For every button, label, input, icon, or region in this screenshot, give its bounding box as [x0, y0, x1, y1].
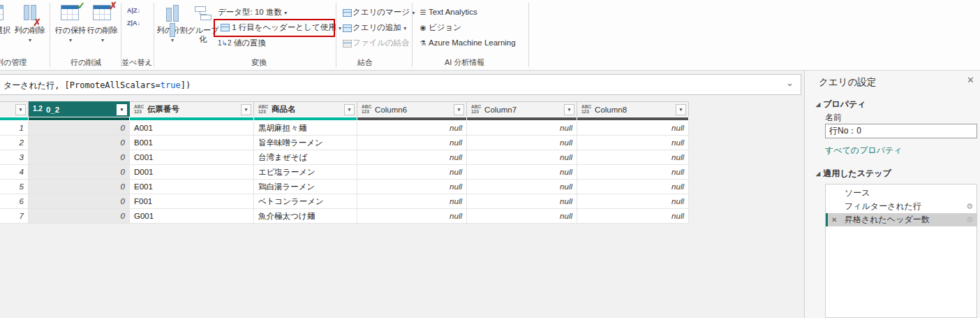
cell[interactable]: null — [467, 194, 577, 209]
replace-values-button[interactable]: 1↳2 値の置換 — [218, 35, 341, 50]
cell[interactable]: null — [467, 136, 577, 150]
remove-columns-button[interactable]: ✗ 列の削除 ▾ — [14, 3, 46, 55]
cell[interactable]: 台湾まぜそば — [254, 150, 357, 165]
cell[interactable]: B001 — [130, 136, 254, 150]
step-promoted-headers[interactable]: ✕昇格されたヘッダー数⚙ — [826, 213, 977, 226]
cell[interactable]: F001 — [130, 194, 254, 209]
all-properties-link[interactable]: すべてのプロパティ — [825, 145, 903, 157]
step-source[interactable]: ソース — [826, 187, 977, 200]
append-queries-button[interactable]: クエリの追加 ▾ — [341, 20, 415, 35]
data-preview-table: ▾ 1.20_2▾ ABC123伝票番号▾ ABC123商品名▾ ABC123C… — [0, 101, 689, 224]
ribbon-separator — [528, 3, 529, 67]
row-number[interactable]: 2 — [0, 136, 29, 150]
close-icon[interactable]: ✕ — [967, 75, 974, 85]
cell[interactable]: null — [357, 194, 467, 209]
cell[interactable]: null — [577, 165, 689, 180]
cell[interactable]: null — [467, 150, 577, 165]
vision-button[interactable]: ◉ビジョン — [417, 20, 516, 35]
merge-queries-button[interactable]: クエリのマージ ▾ — [341, 4, 415, 20]
filter-dropdown-icon[interactable]: ▾ — [241, 104, 251, 115]
cell[interactable]: 0 — [29, 121, 130, 136]
cell[interactable]: null — [577, 136, 689, 150]
group-label-transform: 変換 — [251, 57, 267, 67]
cell[interactable]: 鶏白湯ラーメン — [254, 180, 357, 194]
cell[interactable]: null — [357, 121, 467, 136]
cell[interactable]: null — [467, 121, 577, 136]
filter-dropdown-icon[interactable]: ▾ — [117, 104, 127, 115]
cell[interactable]: 0 — [29, 209, 130, 224]
cell[interactable]: ベトコンラーメン — [254, 194, 357, 209]
cell[interactable]: 0 — [29, 150, 130, 165]
cell[interactable]: null — [577, 180, 689, 194]
cell[interactable]: null — [357, 136, 467, 150]
cell[interactable]: 0 — [29, 180, 130, 194]
row-number[interactable]: 1 — [0, 121, 29, 136]
cell[interactable]: null — [577, 194, 689, 209]
row-number[interactable]: 5 — [0, 180, 29, 194]
sort-ascending-button[interactable]: A|Z↓ — [127, 6, 142, 16]
formula-input[interactable]: ターされた行, [PromoteAllScalars=true]) ⌄ — [0, 74, 801, 95]
cell[interactable]: A001 — [130, 121, 254, 136]
filter-dropdown-icon[interactable]: ▾ — [15, 104, 26, 115]
azure-ml-button[interactable]: ⚗Azure Machine Learning — [417, 35, 516, 50]
eye-icon: ◉ — [417, 20, 429, 36]
column-header-column7[interactable]: ABC123Column7▾ — [467, 101, 577, 117]
column-header-shohin[interactable]: ABC123商品名▾ — [254, 101, 357, 117]
combine-files-button[interactable]: ファイルの結合 — [341, 35, 415, 50]
text-analytics-icon: ☰ — [417, 5, 429, 20]
row-number[interactable]: 7 — [0, 209, 29, 224]
cell[interactable]: 黒胡麻担々麺 — [254, 121, 357, 136]
gear-icon[interactable]: ⚙ — [966, 200, 973, 213]
data-type-button[interactable]: データ型: 10 進数 ▾ — [218, 4, 341, 20]
cell[interactable]: G001 — [130, 209, 254, 224]
properties-section-header[interactable]: ◢プロパティ — [816, 99, 866, 110]
cell[interactable]: null — [357, 180, 467, 194]
row-number[interactable]: 3 — [0, 150, 29, 165]
query-name-input[interactable] — [825, 124, 977, 138]
remove-columns-icon: ✗ — [20, 5, 40, 23]
sort-descending-button[interactable]: Z|A↓ — [127, 18, 142, 29]
column-header-column6[interactable]: ABC123Column6▾ — [357, 101, 467, 117]
cell[interactable]: C001 — [130, 150, 254, 165]
formula-text: ターされた行, [PromoteAllScalars=true]) — [3, 80, 191, 92]
delete-step-icon[interactable]: ✕ — [831, 213, 837, 226]
remove-rows-button[interactable]: ✗ 行の削除 ▾ — [87, 3, 119, 55]
cell[interactable]: 0 — [29, 136, 130, 150]
column-header-column8[interactable]: ABC123Column8▾ — [577, 101, 689, 117]
cell[interactable]: null — [577, 209, 689, 224]
choose-columns-button[interactable]: 列の選択 ▾ — [0, 3, 11, 55]
filter-dropdown-icon[interactable]: ▾ — [676, 104, 686, 115]
cell[interactable]: 0 — [29, 194, 130, 209]
cell[interactable]: エビ塩ラーメン — [254, 165, 357, 180]
filter-dropdown-icon[interactable]: ▾ — [564, 104, 574, 115]
cell[interactable]: null — [467, 209, 577, 224]
column-header-denpyo[interactable]: ABC123伝票番号▾ — [130, 101, 254, 117]
filter-dropdown-icon[interactable]: ▾ — [454, 104, 464, 115]
text-analytics-button[interactable]: ☰Text Analytics — [417, 4, 516, 20]
cell[interactable]: 旨辛味噌ラーメン — [254, 136, 357, 150]
row-number[interactable]: 6 — [0, 194, 29, 209]
filter-dropdown-icon[interactable]: ▾ — [344, 104, 355, 115]
split-column-button[interactable]: 列の分割 ▾ — [156, 3, 188, 55]
cell[interactable]: D001 — [130, 165, 254, 180]
cell[interactable]: null — [357, 150, 467, 165]
cell[interactable]: null — [467, 165, 577, 180]
query-settings-panel: クエリの設定 ✕ ◢プロパティ 名前 すべてのプロパティ ◢適用したステップ ソ… — [804, 71, 980, 318]
cell[interactable]: null — [467, 180, 577, 194]
cell[interactable]: 0 — [29, 165, 130, 180]
cell[interactable]: null — [577, 121, 689, 136]
cell[interactable]: 魚介極太つけ麺 — [254, 209, 357, 224]
gear-icon[interactable]: ⚙ — [966, 213, 973, 226]
row-number-header[interactable]: ▾ — [0, 101, 29, 117]
cell[interactable]: null — [577, 150, 689, 165]
keep-rows-button[interactable]: ✓ 行の保持 ▾ — [54, 3, 87, 55]
applied-steps-section-header[interactable]: ◢適用したステップ — [816, 168, 891, 180]
cell[interactable]: null — [357, 165, 467, 180]
cell[interactable]: E001 — [130, 180, 254, 194]
row-number[interactable]: 4 — [0, 165, 29, 180]
cell[interactable]: null — [357, 209, 467, 224]
dropdown-arrow-icon: ▾ — [29, 37, 31, 43]
column-header-0-2[interactable]: 1.20_2▾ — [29, 101, 130, 117]
formula-expand-chevron-icon[interactable]: ⌄ — [786, 78, 794, 88]
step-filtered-rows[interactable]: フィルターされた行⚙ — [826, 200, 977, 213]
